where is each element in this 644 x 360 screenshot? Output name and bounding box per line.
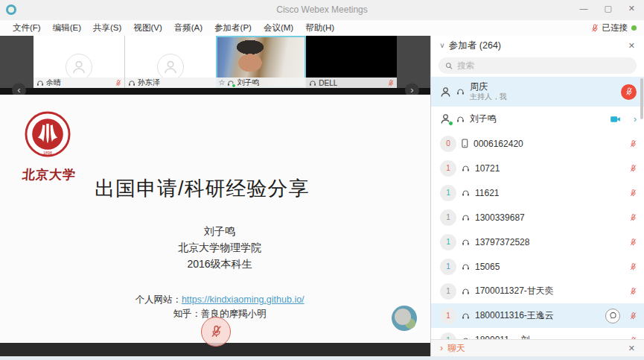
avatar-placeholder-icon	[157, 54, 184, 80]
menu-share[interactable]: 共享(S)	[87, 20, 127, 36]
participant-row[interactable]: 1 1700011327-甘天奕	[431, 279, 644, 303]
minimize-button[interactable]: —	[579, 4, 587, 13]
titlebar: Cisco Webex Meetings — ▢ ✕	[0, 0, 644, 20]
muted-mic-icon	[115, 79, 121, 87]
video-on-icon[interactable]	[610, 116, 621, 123]
headset-icon	[128, 80, 136, 86]
participant-row[interactable]: 1 13797372528	[431, 230, 644, 254]
menu-help[interactable]: 帮助(H)	[299, 20, 340, 36]
participant-row[interactable]: 1 15065	[431, 254, 644, 279]
participant-row-clipped[interactable]: 1 1800011…-刘…	[431, 328, 644, 339]
headset-icon	[462, 214, 470, 221]
headset-icon	[227, 80, 235, 86]
muted-mic-icon[interactable]	[630, 287, 637, 296]
participants-list: 周庆 主持人，我 刘子鸣 › 0 0006162420	[431, 77, 644, 339]
video-strip: ‹ 余晴 孙东泽	[0, 36, 430, 88]
participant-role: 主持人，我	[470, 92, 507, 101]
window-title: Cisco Webex Meetings	[0, 4, 644, 15]
video-tile[interactable]: 孙东泽	[124, 36, 216, 88]
participant-name: 1300339687	[475, 212, 525, 223]
maximize-button[interactable]: ▢	[604, 4, 611, 13]
search-box[interactable]	[439, 57, 637, 74]
headset-icon	[309, 80, 316, 86]
video-tile-active[interactable]: ☆ 刘子鸣	[216, 36, 307, 88]
webex-watermark-icon	[392, 306, 417, 331]
participant-row[interactable]: 1 10721	[431, 156, 644, 180]
menu-audio[interactable]: 音频(A)	[168, 20, 208, 36]
participant-name: 周庆	[470, 82, 507, 92]
muted-mic-icon[interactable]	[630, 238, 637, 247]
menubar: 文件(F) 编辑(E) 共享(S) 视图(V) 音频(A) 参加者(P) 会议(…	[0, 20, 644, 36]
video-tile[interactable]: 余晴	[34, 36, 124, 88]
video-tile[interactable]: DELL	[306, 36, 397, 88]
menu-file[interactable]: 文件(F)	[7, 20, 47, 36]
avatar-badge: 1	[440, 259, 456, 275]
headset-icon	[462, 239, 470, 246]
chat-title: 聊天	[447, 342, 465, 355]
participant-row[interactable]: 刘子鸣 ›	[431, 107, 644, 131]
avatar-badge: 1	[440, 185, 456, 201]
chat-panel-header[interactable]: › 聊天 ✕	[431, 339, 644, 356]
participant-row[interactable]: 0 0006162420	[431, 131, 644, 156]
peking-university-calligraphy: 北京大学	[22, 166, 75, 183]
search-input[interactable]	[457, 61, 630, 70]
main-area: ‹ 余晴 孙东泽	[0, 36, 430, 356]
participant-name: 11621	[475, 188, 499, 198]
close-chat-button[interactable]: ✕	[628, 344, 635, 353]
svg-text:1898: 1898	[43, 151, 52, 155]
slide-speaker-block: 刘子鸣 北京大学物理学院 2016级本科生	[86, 223, 354, 272]
close-panel-button[interactable]: ✕	[628, 41, 635, 51]
muted-mic-icon[interactable]	[630, 213, 637, 222]
chevron-right-icon[interactable]: ›	[634, 114, 637, 124]
muted-mic-icon[interactable]	[630, 189, 637, 198]
connection-status: 已连接	[591, 20, 637, 36]
tile-name: 刘子鸣	[237, 78, 259, 88]
chevron-right-icon[interactable]: ›	[440, 343, 443, 353]
participant-row[interactable]: 1 1800011316-王逸云	[431, 303, 644, 328]
participant-row[interactable]: 1 1300339687	[431, 205, 644, 230]
menu-meeting[interactable]: 会议(M)	[258, 20, 299, 36]
tile-name: 孙东泽	[138, 78, 160, 88]
muted-mic-icon[interactable]	[630, 139, 637, 148]
muted-mic-icon[interactable]	[630, 262, 637, 271]
muted-mic-icon[interactable]	[630, 336, 637, 340]
star-icon: ☆	[219, 79, 226, 86]
menu-view[interactable]: 视图(V)	[127, 20, 168, 36]
participant-name: 0006162420	[474, 139, 523, 149]
website-link[interactable]: https://kindxiaoming.github.io/	[182, 294, 305, 305]
speaker-affiliation: 北京大学物理学院	[86, 239, 354, 256]
connected-label: 已连接	[602, 22, 628, 34]
headset-icon	[456, 116, 465, 123]
headset-icon	[462, 189, 470, 197]
participants-panel: ˅ 参加者 (264) ✕ 周庆 主持人，我	[430, 36, 644, 356]
headset-icon	[462, 312, 470, 320]
participant-name: 1700011327-甘天奕	[475, 285, 554, 297]
window-bottom-edge	[0, 356, 644, 360]
website-label: 个人网站：	[135, 294, 182, 305]
speaker-cohort: 2016级本科生	[86, 256, 354, 272]
muted-mic-icon	[591, 24, 599, 33]
slide-title: 出国申请/科研经验分享	[95, 175, 310, 202]
headset-icon	[462, 263, 470, 271]
headset-icon	[462, 288, 470, 295]
avatar-badge: 1	[440, 332, 456, 340]
person-icon	[440, 113, 451, 124]
mute-indicator-overlay[interactable]	[201, 317, 231, 347]
menu-participants[interactable]: 参加者(P)	[208, 20, 258, 36]
chat-bubble-icon[interactable]	[605, 309, 620, 323]
muted-mic-icon[interactable]	[630, 312, 637, 320]
close-button[interactable]: ✕	[628, 4, 635, 13]
muted-mic-badge[interactable]	[621, 84, 637, 100]
headset-icon	[462, 337, 470, 340]
participant-name: 10721	[475, 163, 500, 174]
participant-name: 刘子鸣	[470, 113, 497, 125]
avatar-placeholder-icon	[66, 54, 92, 80]
participant-row-host[interactable]: 周庆 主持人，我	[431, 77, 644, 107]
participant-row[interactable]: 1 11621	[431, 180, 644, 205]
scrollbar-thumb[interactable]	[640, 78, 643, 119]
avatar-badge: 1	[440, 209, 456, 226]
menu-edit[interactable]: 编辑(E)	[47, 20, 87, 36]
chevron-down-icon[interactable]: ˅	[440, 42, 444, 50]
search-icon	[445, 62, 453, 70]
muted-mic-icon[interactable]	[630, 164, 637, 173]
